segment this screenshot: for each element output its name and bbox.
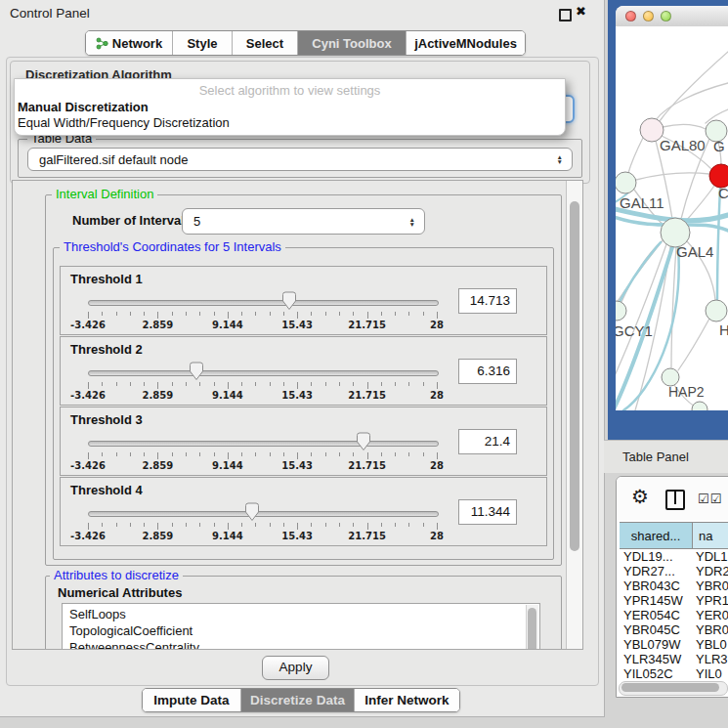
table-data-select[interactable]: galFiltered.sif default node ▲▼ [27,148,573,171]
float-window-icon[interactable] [559,9,572,21]
tick [270,452,271,456]
cell-shared-name[interactable]: YLR345W [620,652,692,666]
table-row[interactable]: YER054CYER0 [620,608,728,622]
cell-name[interactable]: YDR2 [692,564,728,578]
zoom-traffic-button[interactable] [661,11,671,21]
table-row[interactable]: YBR043CYBR0 [620,578,728,593]
cell-name[interactable]: YDL1 [692,549,728,564]
network-canvas[interactable]: GAL80GCGAL11GAL4GCY1HHAP2 [616,26,728,410]
tick-label: 21.715 [343,531,392,541]
cell-name[interactable]: YER0 [692,608,728,622]
table-row[interactable]: YLR345WYLR3 [620,652,728,666]
checkbox-icons[interactable]: ☑☑ [698,492,722,506]
threshold-slider-track[interactable] [88,370,439,376]
tick [297,523,298,530]
tick [408,382,409,386]
table-row[interactable]: YPR145WYPR1 [620,593,728,608]
table-row[interactable]: YBR045CYBR0 [620,622,728,637]
cell-shared-name[interactable]: YIL052C [620,666,692,681]
threshold-slider-thumb[interactable] [356,432,371,451]
dropdown-item-manual-discretization[interactable]: Manual Discretization [18,100,149,114]
number-of-intervals-select[interactable]: 5 ▲▼ [182,208,425,235]
tab-discretize-data[interactable]: Discretize Data [240,689,354,711]
tick [353,452,354,456]
tab-jactivemnodules[interactable]: jActiveMNodules [406,31,525,55]
threshold-slider-thumb[interactable] [244,502,260,522]
close-traffic-button[interactable] [625,11,636,21]
tick [283,452,284,456]
cell-name[interactable]: YBR0 [692,622,728,637]
tab-network[interactable]: Network [86,31,172,55]
list-item[interactable]: BetweennessCentrality [63,639,539,650]
list-item[interactable]: TopologicalCoefficient [63,622,539,639]
threshold-value-field[interactable]: 6.316 [458,359,517,384]
cell-name[interactable]: YIL0 [692,666,728,681]
network-window-titlebar[interactable] [616,6,728,27]
tick [144,382,145,386]
tick-label: 2.859 [133,320,182,330]
numerical-attributes-label: Numerical Attributes [58,585,182,600]
table-row[interactable]: YIL052CYIL0 [620,666,728,681]
cell-shared-name[interactable]: YER054C [620,608,692,622]
tab-cyni-toolbox[interactable]: Cyni Toolbox [297,31,406,55]
table-row[interactable]: YBL079WYBL0 [620,637,728,652]
network-edge[interactable] [678,319,709,370]
tab-select[interactable]: Select [232,31,297,55]
table-row[interactable]: YDL19...YDL1 [620,549,728,564]
network-node[interactable] [692,402,707,410]
threshold-slider-track[interactable] [88,511,439,517]
network-edge[interactable] [628,138,643,173]
gear-icon[interactable]: ⚙ [631,485,649,508]
threshold-slider-thumb[interactable] [189,362,204,381]
minimize-traffic-button[interactable] [643,11,654,21]
network-node[interactable] [706,300,727,321]
threshold-value-field[interactable]: 21.4 [458,429,517,454]
list-scrollbar[interactable] [526,605,538,650]
cell-name[interactable]: YLR3 [692,652,728,666]
list-item[interactable]: SelfLoops [63,606,539,622]
tab-impute-data[interactable]: Impute Data [143,689,240,711]
tick [381,523,382,527]
tick [395,312,396,316]
tick [186,452,187,456]
threshold-value-field[interactable]: 14.713 [458,288,517,314]
threshold-label: Threshold 3 [70,412,143,427]
numerical-attributes-list[interactable]: SelfLoopsTopologicalCoefficientBetweenne… [62,603,540,650]
cell-shared-name[interactable]: YDL19... [620,549,692,564]
tick-label: 15.43 [273,460,321,471]
close-icon[interactable]: ✖ [576,4,586,19]
apply-button[interactable]: Apply [262,656,329,680]
threshold-panel: Threshold 1 -3.4262.8599.14415.4321.7152… [60,266,547,335]
tab-infer-network[interactable]: Infer Network [354,689,459,711]
network-edge[interactable] [636,173,709,180]
network-node[interactable] [616,301,626,321]
threshold-slider-track[interactable] [88,441,439,447]
node-label: HAP2 [668,384,705,400]
settings-scrollbar[interactable] [566,181,583,649]
table-rows: YDL19...YDL1YDR27...YDR2YBR043CYBR0YPR14… [620,549,728,681]
cell-shared-name[interactable]: YBR045C [620,622,692,637]
cell-shared-name[interactable]: YBL079W [620,637,692,652]
column-header-name[interactable]: na [693,523,728,548]
cell-shared-name[interactable]: YBR043C [620,578,692,593]
threshold-value-field[interactable]: 11.344 [458,499,517,525]
tab-style[interactable]: Style [172,31,232,55]
network-edge[interactable] [663,124,706,129]
network-node[interactable] [616,172,636,193]
cell-shared-name[interactable]: YPR145W [620,593,692,608]
cell-name[interactable]: YBL0 [692,637,728,652]
threshold-slider-track[interactable] [88,300,439,306]
table-horizontal-scrollbar[interactable] [619,681,728,696]
split-columns-icon[interactable] [665,490,685,510]
cell-name[interactable]: YBR0 [692,578,728,593]
cell-name[interactable]: YPR1 [692,593,728,608]
cell-shared-name[interactable]: YDR27... [620,564,692,578]
column-header-shared-name[interactable]: shared... [620,523,693,548]
interval-definition-legend: Interval Definition [52,188,157,201]
table-row[interactable]: YDR27...YDR2 [620,564,728,578]
threshold-slider-thumb[interactable] [281,291,297,311]
dropdown-item-equal-width-frequency[interactable]: Equal Width/Frequency Discretization [18,115,230,130]
network-edge-highlighted[interactable] [717,188,720,299]
network-edge[interactable] [686,186,714,221]
tick [88,382,89,389]
